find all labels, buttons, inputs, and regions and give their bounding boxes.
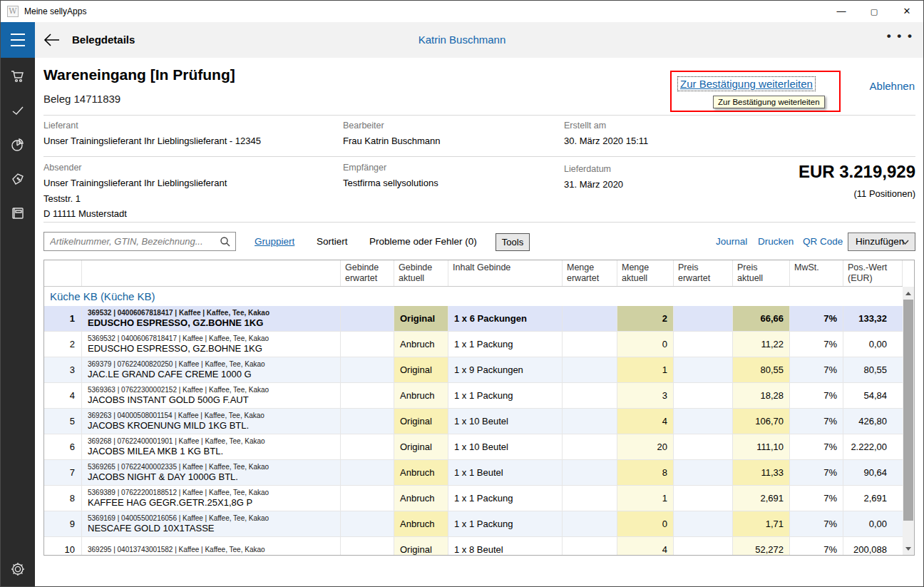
preis-aktuell-cell[interactable]: 80,55 xyxy=(733,357,790,382)
menge-aktuell-cell[interactable]: 0 xyxy=(617,332,674,357)
table-body: 1369532 | 04006067818417 | Kaffee | Kaff… xyxy=(44,306,914,556)
table-row[interactable]: 85369389 | 07622200188512 | Kaffee | Kaf… xyxy=(44,486,903,511)
table-row[interactable]: 1369532 | 04006067818417 | Kaffee | Kaff… xyxy=(44,306,903,332)
journal-link[interactable]: Journal xyxy=(716,236,747,247)
table-row[interactable]: 5369263 | 04000508001154 | Kaffee | Kaff… xyxy=(44,409,903,434)
menge-aktuell-cell[interactable]: 4 xyxy=(617,409,674,434)
preis-aktuell-cell[interactable]: 1,71 xyxy=(733,511,790,536)
menge-aktuell-cell[interactable]: 8 xyxy=(617,460,674,485)
table-row[interactable]: 45369363 | 07622300002152 | Kaffee | Kaf… xyxy=(44,383,903,409)
tag-icon[interactable] xyxy=(11,172,25,186)
settings-gear-icon[interactable] xyxy=(11,562,25,576)
row-number: 1 xyxy=(44,306,82,331)
sender-line3: D 11111 Musterstadt xyxy=(43,208,127,219)
inhalt-gebinde-cell: 1 x 1 Packung xyxy=(448,486,563,511)
pie-chart-icon[interactable] xyxy=(11,138,25,152)
checkmark-icon[interactable] xyxy=(11,103,25,118)
preis-erwartet-cell xyxy=(674,357,733,382)
article-cell: 5369265 | 07622400002335 | Kaffee | Kaff… xyxy=(82,460,341,485)
mwst-cell: 7% xyxy=(790,460,843,485)
minimize-button[interactable]: — xyxy=(825,1,858,22)
maximize-button[interactable]: ▢ xyxy=(858,1,890,22)
more-options-icon[interactable]: • • • xyxy=(887,29,913,44)
menge-aktuell-cell[interactable]: 1 xyxy=(617,486,674,511)
tools-button[interactable]: Tools xyxy=(496,233,530,251)
preis-aktuell-cell[interactable]: 18,28 xyxy=(733,383,790,408)
preis-erwartet-cell xyxy=(674,486,733,511)
table-header-row: Gebinde erwartetGebinde aktuellInhalt Ge… xyxy=(44,260,903,287)
table-row[interactable]: 95369169 | 04005500216056 | Kaffee | Kaf… xyxy=(44,511,903,537)
preis-aktuell-cell[interactable]: 66,66 xyxy=(733,306,790,331)
grouped-toggle[interactable]: Gruppiert xyxy=(255,236,294,247)
preis-aktuell-cell[interactable]: 11,22 xyxy=(733,332,790,357)
column-header: Preis aktuell xyxy=(733,260,790,286)
menge-aktuell-cell[interactable]: 4 xyxy=(617,537,674,556)
menge-aktuell-cell[interactable]: 2 xyxy=(617,306,674,331)
preis-aktuell-cell[interactable]: 111,10 xyxy=(733,434,790,459)
scroll-down-icon[interactable] xyxy=(903,543,914,554)
scroll-up-icon[interactable] xyxy=(903,287,914,299)
problems-errors-toggle[interactable]: Probleme oder Fehler (0) xyxy=(369,236,477,247)
scrollbar-thumb[interactable] xyxy=(903,300,913,521)
gebinde-aktuell-cell[interactable]: Original xyxy=(394,434,448,459)
article-cell: 5369389 | 07622200188512 | Kaffee | Kaff… xyxy=(82,486,341,511)
gebinde-aktuell-cell[interactable]: Anbruch xyxy=(394,332,448,357)
column-header-empty xyxy=(82,260,341,286)
search-input[interactable] xyxy=(44,233,235,250)
sidebar xyxy=(1,58,35,587)
app-window: W Meine sellyApps — ▢ ✕ Belegdetails Kat… xyxy=(0,0,924,587)
article-name: EDUSCHO ESPRESSO, GZ.BOHNE 1KG xyxy=(88,317,263,328)
article-cell: 5369363 | 07622300002152 | Kaffee | Kaff… xyxy=(82,383,341,408)
gebinde-aktuell-cell[interactable]: Original xyxy=(394,306,448,331)
inhalt-gebinde-cell: 1 x 1 Packung xyxy=(448,383,563,408)
table-row[interactable]: 3369379 | 07622400820250 | Kaffee | Kaff… xyxy=(44,357,903,383)
gebinde-aktuell-cell[interactable]: Original xyxy=(394,409,448,434)
qr-code-link[interactable]: QR Code xyxy=(803,236,843,247)
menge-erwartet-cell xyxy=(563,409,617,434)
column-header: Menge erwartet xyxy=(563,260,617,286)
menge-aktuell-cell[interactable]: 0 xyxy=(617,511,674,536)
gebinde-aktuell-cell[interactable]: Original xyxy=(394,357,448,382)
preis-aktuell-cell[interactable]: 11,33 xyxy=(733,460,790,485)
gebinde-aktuell-cell[interactable]: Original xyxy=(394,537,448,556)
preis-aktuell-cell[interactable]: 106,70 xyxy=(733,409,790,434)
table-row[interactable]: 75369265 | 07622400002335 | Kaffee | Kaf… xyxy=(44,460,903,486)
menge-aktuell-cell[interactable]: 3 xyxy=(617,383,674,408)
preis-aktuell-cell[interactable]: 52,272 xyxy=(733,537,790,556)
gebinde-aktuell-cell[interactable]: Anbruch xyxy=(394,511,448,536)
mwst-cell: 7% xyxy=(790,537,843,556)
forward-for-confirmation-link[interactable]: Zur Bestätigung weiterleiten xyxy=(677,76,816,91)
article-cell: 369263 | 04000508001154 | Kaffee | Kaffe… xyxy=(82,409,341,434)
user-name[interactable]: Katrin Buschmann xyxy=(1,34,923,46)
menge-aktuell-cell[interactable]: 1 xyxy=(617,357,674,382)
table-row[interactable]: 25369532 | 04006067818417 | Kaffee | Kaf… xyxy=(44,332,903,357)
cart-icon[interactable] xyxy=(11,69,25,83)
add-dropdown-button[interactable]: Hinzufügen xyxy=(848,233,915,251)
sender-line1: Unser Trainingslieferant Ihr Lieblingsli… xyxy=(43,178,227,188)
chevron-down-icon xyxy=(901,240,909,245)
gebinde-aktuell-cell[interactable]: Anbruch xyxy=(394,460,448,485)
print-link[interactable]: Drucken xyxy=(758,236,794,247)
group-header[interactable]: Küche KB (Küche KB) xyxy=(44,287,914,306)
menge-aktuell-cell[interactable]: 20 xyxy=(617,434,674,459)
close-button[interactable]: ✕ xyxy=(890,1,923,22)
reject-link[interactable]: Ablehnen xyxy=(870,80,915,92)
gebinde-aktuell-cell[interactable]: Anbruch xyxy=(394,486,448,511)
pos-wert-cell: 200,088 xyxy=(843,537,903,556)
table-row[interactable]: 6369268 | 07622400001901 | Kaffee | Kaff… xyxy=(44,434,903,460)
inhalt-gebinde-cell: 1 x 1 Beutel xyxy=(448,460,563,485)
delivery-date-value: 31. März 2020 xyxy=(564,179,623,190)
vertical-scrollbar[interactable] xyxy=(903,287,914,555)
pos-wert-cell: 2.222,00 xyxy=(843,434,903,459)
sorted-toggle[interactable]: Sortiert xyxy=(317,236,348,247)
book-icon[interactable] xyxy=(11,206,25,220)
inhalt-gebinde-cell: 1 x 10 Beutel xyxy=(448,434,563,459)
sender-label: Absender xyxy=(43,163,82,173)
article-cell: 5369532 | 04006067818417 | Kaffee | Kaff… xyxy=(82,332,341,357)
menge-erwartet-cell xyxy=(563,383,617,408)
article-cell: 369532 | 04006067818417 | Kaffee | Kaffe… xyxy=(82,306,341,331)
table-row[interactable]: 10369295 | 04013743001582 | Kaffee | Kaf… xyxy=(44,537,903,556)
pos-wert-cell: 426,80 xyxy=(843,409,903,434)
gebinde-aktuell-cell[interactable]: Anbruch xyxy=(394,383,448,408)
preis-aktuell-cell[interactable]: 2,691 xyxy=(733,486,790,511)
